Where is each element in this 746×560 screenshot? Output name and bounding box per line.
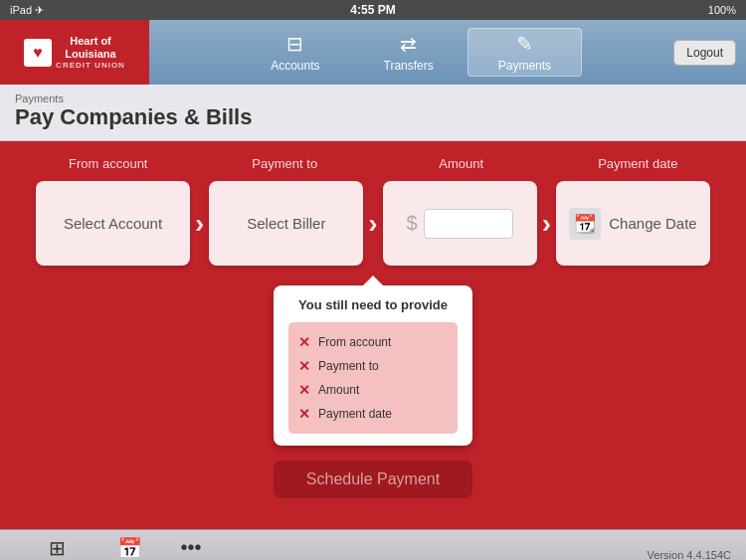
step-label-to: Payment to [205, 156, 364, 171]
calculator-icon: ⊞ [49, 536, 66, 560]
schedule-btn-wrap: Schedule Payment [15, 461, 731, 498]
tab-payments-label: Payments [498, 59, 551, 73]
chevron-2: › [368, 208, 377, 240]
amount-card[interactable]: $ [383, 181, 537, 266]
logo-shield: ♥ [24, 39, 52, 67]
calendar-tool[interactable]: 📅 Calendar [109, 536, 150, 560]
validation-item-3: ✕ Payment date [298, 402, 448, 426]
validation-item-1-text: Payment to [318, 359, 379, 373]
logo-line2: Louisiana [56, 48, 125, 61]
logo-line1: Heart of [56, 35, 125, 48]
tab-transfers[interactable]: ⇄ Transfers [354, 28, 464, 77]
chevron-3: › [542, 208, 551, 240]
version-text: Version 4.4.154C [648, 549, 731, 561]
validation-item-2-text: Amount [318, 383, 359, 397]
page-header: Payments Pay Companies & Bills [0, 85, 746, 141]
x-icon-2: ✕ [298, 382, 310, 398]
tab-transfers-label: Transfers [384, 59, 434, 73]
bottom-bar: ⊞ Calculator 📅 Calendar ••• More Version… [0, 529, 746, 560]
validation-items: ✕ From account ✕ Payment to ✕ Amount ✕ P… [288, 322, 458, 434]
step-labels: From account Payment to Amount Payment d… [15, 156, 731, 171]
status-ipad: iPad ✈ [10, 4, 44, 17]
main-content: From account Payment to Amount Payment d… [0, 141, 746, 529]
breadcrumb: Payments [15, 93, 731, 104]
validation-item-0-text: From account [318, 335, 391, 349]
dollar-sign: $ [407, 212, 418, 235]
transfers-icon: ⇄ [400, 32, 417, 56]
validation-item-1: ✕ Payment to [298, 354, 448, 378]
status-bar: iPad ✈ 4:55 PM 100% [0, 0, 746, 20]
change-date-card[interactable]: 📆 Change Date [556, 181, 710, 266]
select-account-card[interactable]: Select Account [36, 181, 190, 266]
change-date-label: Change Date [609, 215, 696, 232]
bottom-tools: ⊞ Calculator 📅 Calendar ••• More [35, 536, 202, 560]
header: ♥ Heart of Louisiana CREDIT UNION ⊟ Acco… [0, 20, 746, 85]
logo-line3: CREDIT UNION [56, 61, 125, 71]
more-tool[interactable]: ••• More [180, 536, 203, 560]
page-title: Pay Companies & Bills [15, 104, 731, 130]
logo-area: ♥ Heart of Louisiana CREDIT UNION [0, 20, 149, 85]
logout-button[interactable]: Logout [673, 40, 736, 66]
step-label-amount: Amount [382, 156, 541, 171]
step-row: Select Account › Select Biller › $ › 📆 C… [15, 181, 731, 266]
select-account-label: Select Account [64, 215, 162, 232]
validation-item-2: ✕ Amount [298, 378, 448, 402]
select-biller-label: Select Biller [247, 215, 325, 232]
accounts-icon: ⊟ [286, 32, 303, 56]
step-label-date: Payment date [558, 156, 717, 171]
validation-item-3-text: Payment date [318, 407, 392, 421]
tab-payments[interactable]: ✎ Payments [467, 28, 582, 77]
more-icon: ••• [181, 536, 202, 559]
status-battery: 100% [708, 4, 736, 16]
status-time: 4:55 PM [350, 3, 395, 17]
step-label-from: From account [29, 156, 188, 171]
calendar-icon: 📆 [569, 208, 601, 240]
bottom-calendar-icon: 📅 [117, 536, 142, 560]
validation-popup: You still need to provide ✕ From account… [274, 285, 472, 446]
x-icon-3: ✕ [298, 406, 310, 422]
select-biller-card[interactable]: Select Biller [209, 181, 363, 266]
tab-accounts[interactable]: ⊟ Accounts [241, 28, 349, 77]
calculator-tool[interactable]: ⊞ Calculator [35, 536, 80, 560]
tab-accounts-label: Accounts [271, 59, 319, 73]
payments-icon: ✎ [516, 32, 533, 56]
chevron-1: › [195, 208, 204, 240]
validation-title: You still need to provide [288, 297, 458, 312]
amount-input[interactable] [424, 209, 513, 239]
schedule-payment-button[interactable]: Schedule Payment [274, 461, 472, 498]
x-icon-0: ✕ [298, 334, 310, 350]
validation-item-0: ✕ From account [298, 330, 448, 354]
x-icon-1: ✕ [298, 358, 310, 374]
nav-tabs: ⊟ Accounts ⇄ Transfers ✎ Payments [149, 20, 673, 85]
